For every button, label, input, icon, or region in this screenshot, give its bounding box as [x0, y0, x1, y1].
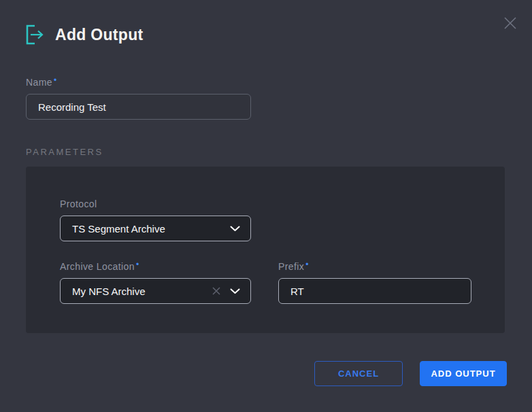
clear-selection-icon[interactable] [212, 286, 221, 296]
archive-location-label: Archive Location• [60, 260, 251, 272]
modal-title: Add Output [55, 26, 143, 44]
prefix-input[interactable] [278, 278, 471, 304]
archive-location-select[interactable]: My NFS Archive [60, 278, 251, 304]
required-asterisk: • [136, 260, 139, 269]
modal-header: Add Output [0, 0, 532, 45]
prefix-field-group: Prefix• [278, 260, 471, 304]
chevron-down-icon [230, 226, 240, 232]
protocol-row: Protocol TS Segment Archive [60, 199, 471, 241]
archive-location-field-group: Archive Location• My NFS Archive [60, 260, 251, 304]
protocol-select[interactable]: TS Segment Archive [60, 216, 251, 241]
name-label: Name• [26, 75, 251, 88]
parameters-section-label: PARAMETERS [26, 147, 532, 157]
archive-prefix-row: Archive Location• My NFS Archive [60, 260, 471, 304]
protocol-selected-value: TS Segment Archive [72, 223, 230, 235]
required-asterisk: • [305, 260, 309, 269]
required-asterisk: • [54, 75, 57, 85]
output-icon [26, 24, 45, 45]
archive-location-selected-value: My NFS Archive [72, 286, 212, 297]
protocol-field-group: Protocol TS Segment Archive [60, 199, 251, 241]
name-field-group: Name• [26, 75, 251, 120]
parameters-panel: Protocol TS Segment Archive Archive Loca… [26, 167, 505, 333]
close-icon[interactable] [499, 12, 521, 34]
chevron-down-icon [230, 288, 240, 294]
prefix-label: Prefix• [278, 260, 471, 272]
add-output-button[interactable]: ADD OUTPUT [420, 361, 507, 386]
cancel-button[interactable]: CANCEL [314, 361, 403, 386]
add-output-modal: Add Output Name• PARAMETERS Protocol TS … [0, 0, 532, 412]
name-input[interactable] [26, 94, 251, 120]
protocol-label: Protocol [60, 199, 251, 209]
modal-footer: CANCEL ADD OUTPUT [314, 361, 507, 386]
